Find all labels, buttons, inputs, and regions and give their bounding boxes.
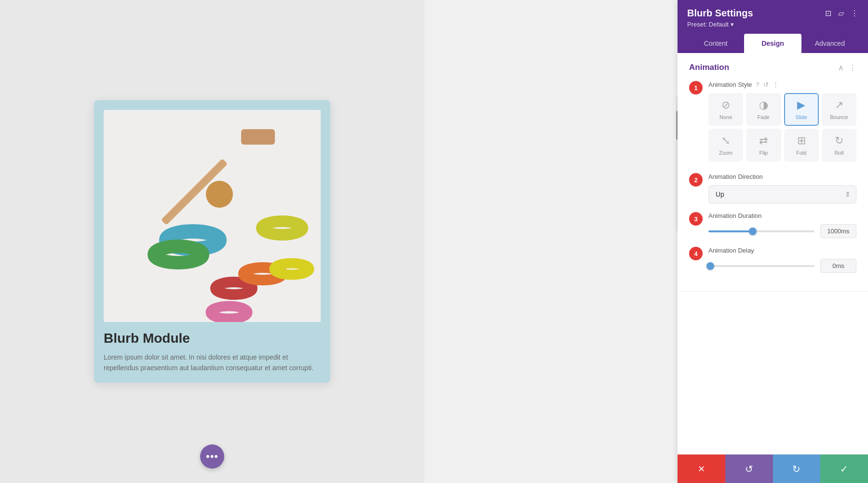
section-title: Animation	[689, 63, 729, 72]
dots-button[interactable]: •••	[200, 444, 224, 469]
slide-label: Slide	[795, 114, 807, 120]
animation-direction-row: 2 Animation Direction Up Down Left Right…	[689, 173, 856, 203]
panel-tabs: Content Design Advanced	[687, 34, 858, 53]
zoom-label: Zoom	[719, 150, 732, 156]
direction-label-row: Animation Direction	[708, 173, 856, 180]
duration-slider-track[interactable]	[708, 230, 814, 232]
undo-button[interactable]: ↺	[725, 455, 773, 483]
duration-slider-thumb[interactable]	[749, 228, 757, 235]
style-fold[interactable]: ⊞ Fold	[784, 129, 819, 161]
style-label-row: Animation Style ? ↺ ⋮	[708, 81, 856, 88]
style-grid-row2: ⤡ Zoom ⇄ Flip ⊞ Fold ↻ R	[708, 129, 856, 161]
style-zoom[interactable]: ⤡ Zoom	[708, 129, 743, 161]
style-bounce[interactable]: ↗ Bounce	[822, 93, 856, 126]
panel-header: Blurb Settings ⊡ ▱ ⋮ Preset: Default ▾ C…	[678, 0, 868, 53]
blurb-text: Lorem ipsum dolor sit amet. In nisi dolo…	[104, 352, 321, 374]
style-slide[interactable]: ▶ Slide	[784, 93, 819, 126]
fade-icon: ◑	[759, 99, 768, 111]
animation-style-content: Animation Style ? ↺ ⋮ ⊘ None ◑ Fade	[708, 81, 856, 164]
duration-slider-fill	[708, 230, 753, 232]
layout-icon[interactable]: ▱	[838, 9, 844, 18]
cancel-button[interactable]: ✕	[678, 455, 725, 483]
action-bar: ✕ ↺ ↻ ✓	[678, 454, 868, 483]
fold-icon: ⊞	[797, 134, 806, 147]
preview-area: Blurb Module Lorem ipsum dolor sit amet.…	[0, 0, 424, 483]
flip-label: Flip	[760, 150, 768, 156]
duration-slider-row: 1000ms	[708, 224, 856, 238]
slide-icon: ▶	[797, 99, 805, 111]
step-2-badge: 2	[689, 173, 703, 187]
animation-section: Animation ∧ ⋮ 1 Animation Style ? ↺ ⋮	[678, 53, 868, 292]
style-field-label: Animation Style	[708, 81, 752, 88]
panel-header-top: Blurb Settings ⊡ ▱ ⋮	[687, 8, 858, 19]
step-4-badge: 4	[689, 247, 703, 260]
duration-field-label: Animation Duration	[708, 212, 762, 219]
tab-content[interactable]: Content	[687, 34, 744, 53]
direction-field-label: Animation Direction	[708, 173, 763, 180]
direction-select[interactable]: Up Down Left Right	[708, 185, 856, 203]
bounce-label: Bounce	[830, 114, 848, 120]
settings-panel: Blurb Settings ⊡ ▱ ⋮ Preset: Default ▾ C…	[678, 0, 868, 483]
style-reset-icon[interactable]: ↺	[763, 81, 769, 88]
delay-field-label: Animation Delay	[708, 247, 754, 254]
section-more-icon[interactable]: ⋮	[849, 63, 856, 72]
panel-body: Animation ∧ ⋮ 1 Animation Style ? ↺ ⋮	[678, 53, 868, 454]
animation-direction-content: Animation Direction Up Down Left Right ⇕	[708, 173, 856, 203]
delay-value[interactable]: 0ms	[820, 259, 856, 273]
panel-preset[interactable]: Preset: Default ▾	[687, 21, 858, 28]
delay-slider-thumb[interactable]	[706, 262, 714, 270]
tab-advanced[interactable]: Advanced	[801, 34, 858, 53]
toy-illustration	[104, 110, 321, 322]
style-more-icon[interactable]: ⋮	[773, 81, 779, 88]
animation-delay-content: Animation Delay 0ms	[708, 247, 856, 273]
svg-rect-2	[241, 129, 275, 145]
section-controls: ∧ ⋮	[838, 63, 856, 72]
fold-label: Fold	[796, 150, 806, 156]
blurb-image	[104, 110, 321, 322]
save-button[interactable]: ✓	[820, 455, 868, 483]
panel-title: Blurb Settings	[687, 8, 753, 19]
tab-design[interactable]: Design	[744, 34, 801, 53]
panel-header-icons: ⊡ ▱ ⋮	[825, 9, 858, 18]
animation-style-row: 1 Animation Style ? ↺ ⋮ ⊘ None	[689, 81, 856, 164]
step-3-badge: 3	[689, 212, 703, 226]
fade-label: Fade	[758, 114, 770, 120]
roll-label: Roll	[834, 150, 843, 156]
none-label: None	[719, 114, 732, 120]
style-help-icon[interactable]: ?	[756, 81, 759, 88]
more-options-icon[interactable]: ⋮	[851, 9, 858, 18]
collapse-icon[interactable]: ∧	[838, 63, 844, 72]
redo-button[interactable]: ↻	[773, 455, 821, 483]
blurb-title: Blurb Module	[104, 331, 321, 346]
bounce-icon: ↗	[835, 99, 843, 111]
animation-duration-row: 3 Animation Duration 1000ms	[689, 212, 856, 238]
animation-duration-content: Animation Duration 1000ms	[708, 212, 856, 238]
style-grid-row1: ⊘ None ◑ Fade ▶ Slide ↗	[708, 93, 856, 126]
style-none[interactable]: ⊘ None	[708, 93, 743, 126]
delay-slider-row: 0ms	[708, 259, 856, 273]
step-1-badge: 1	[689, 81, 703, 94]
duration-value[interactable]: 1000ms	[820, 224, 856, 238]
delay-slider-track[interactable]	[708, 265, 814, 267]
direction-select-wrapper: Up Down Left Right ⇕	[708, 185, 856, 203]
roll-icon: ↻	[835, 134, 843, 147]
animation-delay-row: 4 Animation Delay 0ms	[689, 247, 856, 273]
focus-icon[interactable]: ⊡	[825, 9, 831, 18]
blurb-card: Blurb Module Lorem ipsum dolor sit amet.…	[94, 100, 330, 383]
style-flip[interactable]: ⇄ Flip	[746, 129, 781, 161]
duration-label-row: Animation Duration	[708, 212, 856, 219]
svg-point-3	[206, 181, 233, 208]
none-icon: ⊘	[721, 99, 730, 111]
style-fade[interactable]: ◑ Fade	[746, 93, 781, 126]
section-header: Animation ∧ ⋮	[689, 63, 856, 72]
flip-icon: ⇄	[759, 134, 768, 147]
style-roll[interactable]: ↻ Roll	[822, 129, 856, 161]
delay-label-row: Animation Delay	[708, 247, 856, 254]
zoom-icon: ⤡	[721, 134, 730, 147]
